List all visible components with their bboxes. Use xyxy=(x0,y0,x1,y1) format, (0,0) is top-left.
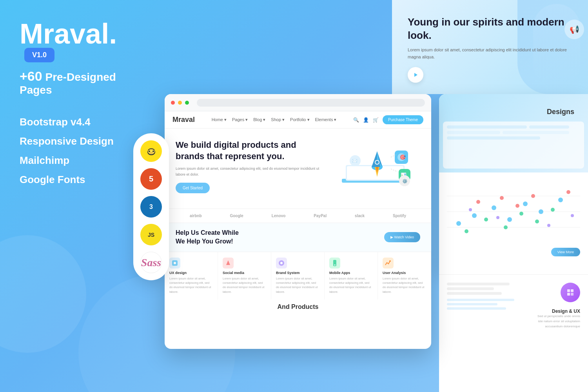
rocket-illustration: 🎯 📊 ✉️ ⚙️ xyxy=(334,140,420,202)
brand-paypal: PayPal xyxy=(314,214,327,218)
right-panel-card: Designs xyxy=(439,94,588,274)
nav-shop: Shop ▾ xyxy=(271,117,285,122)
help-section: Help Us Create While We Help You Grow! ▶… xyxy=(165,223,431,252)
svg-point-23 xyxy=(476,200,480,204)
svg-rect-63 xyxy=(334,265,336,265)
purchase-button[interactable]: Purchase Theme xyxy=(383,115,423,124)
svg-point-22 xyxy=(551,208,555,212)
cart-icon[interactable]: 🛒 xyxy=(373,117,379,123)
service-mobile-name: Mobile Apps xyxy=(329,271,373,275)
svg-point-27 xyxy=(566,190,570,194)
svg-point-31 xyxy=(571,214,574,217)
svg-point-16 xyxy=(558,198,563,202)
social-media-icon xyxy=(223,258,234,269)
svg-point-17 xyxy=(465,229,468,233)
right-panel-top: Designs xyxy=(439,94,588,172)
feature-bootstrap: Bootstrap v4.4 xyxy=(20,116,145,128)
browser-mockup: Mraval Home ▾ Pages ▾ Blog ▾ Shop ▾ Port… xyxy=(165,94,431,349)
svg-point-18 xyxy=(484,218,488,221)
help-title-container: Help Us Create While We Help You Grow! xyxy=(176,229,239,246)
ux-design-icon xyxy=(169,258,180,269)
browser-url-bar xyxy=(197,99,425,107)
service-social-name: Social media xyxy=(223,271,266,275)
hero-desc: Lorem ipsum dolor sit amet, consectetur … xyxy=(176,166,326,177)
design-ux-desc: Sed ut perspiciatis unde omnis iste natu… xyxy=(537,314,580,329)
nav-actions: 🔍 👤 🛒 Purchase Theme xyxy=(353,115,423,124)
subtitle: +60 Pre-Designed Pages xyxy=(20,69,145,96)
svg-rect-34 xyxy=(567,293,570,296)
nav-blog: Blog ▾ xyxy=(253,117,265,122)
watch-video-button[interactable]: ▶ Watch Video xyxy=(384,232,420,242)
sass-icon: Sass xyxy=(140,252,162,273)
user-icon[interactable]: 👤 xyxy=(363,117,369,123)
service-mobile-apps: Mobile Apps Lorem ipsum dolor sit amet, … xyxy=(325,252,378,299)
nav-elements: Elements ▾ xyxy=(315,117,337,122)
hero-illustration: 🎯 📊 ✉️ ⚙️ xyxy=(334,140,420,202)
svg-text:✉️: ✉️ xyxy=(352,158,358,163)
brand-system-icon xyxy=(276,258,287,269)
brands-strip: airbnb Google Lenovo PayPal slack Spotif… xyxy=(165,209,431,223)
feature-list: Bootstrap v4.4 Responsive Design Mailchi… xyxy=(20,116,145,186)
svg-point-5 xyxy=(150,152,153,154)
design-ux-title: Design & UX xyxy=(537,309,580,314)
nav-portfolio: Portfolio ▾ xyxy=(290,117,309,122)
design-ux-section: Design & UX Sed ut perspiciatis unde omn… xyxy=(537,283,580,329)
svg-text:🎯: 🎯 xyxy=(400,154,406,160)
js-icon: JS xyxy=(140,224,162,245)
service-ux-desc: Lorem ipsum dolor sit amet, consectetur … xyxy=(169,276,213,294)
nav-pages: Pages ▾ xyxy=(232,117,248,122)
hero-cta-button[interactable]: Get Started xyxy=(176,183,210,193)
feature-google-fonts: Google Fonts xyxy=(20,174,145,186)
svg-point-26 xyxy=(531,194,535,198)
svg-point-30 xyxy=(547,224,550,227)
hero-text: We build digital products and brands tha… xyxy=(176,140,326,202)
feature-mailchimp: Mailchimp xyxy=(20,154,145,167)
svg-point-15 xyxy=(539,209,543,214)
svg-rect-33 xyxy=(571,289,573,292)
service-mobile-desc: Lorem ipsum dolor sit amet, consectetur … xyxy=(329,276,373,294)
svg-point-12 xyxy=(492,205,496,210)
right-panel-chart: View More xyxy=(439,172,588,274)
svg-point-24 xyxy=(500,196,504,200)
bottom-right-text xyxy=(447,283,531,310)
brand-airbnb: airbnb xyxy=(190,214,202,218)
nav-links: Home ▾ Pages ▾ Blog ▾ Shop ▾ Portfolio ▾… xyxy=(212,117,337,122)
designs-label: Designs xyxy=(447,102,580,122)
top-right-card: Young in our spirits and modern look. Lo… xyxy=(392,0,588,94)
brand-lenovo: Lenovo xyxy=(272,214,286,218)
bottom-right-design-card: Design & UX Sed ut perspiciatis unde omn… xyxy=(439,274,588,392)
design-ux-icon xyxy=(561,283,580,302)
right-panel-button[interactable]: View More xyxy=(551,248,580,256)
svg-rect-35 xyxy=(571,293,573,296)
service-brand-desc: Lorem ipsum dolor sit amet, consectetur … xyxy=(276,276,319,294)
svg-point-20 xyxy=(519,212,523,216)
service-brand-name: Brand System xyxy=(276,271,319,275)
svg-point-58 xyxy=(174,262,176,264)
browser-dot-green xyxy=(185,101,189,105)
svg-text:⚙️: ⚙️ xyxy=(402,178,408,184)
browser-dot-yellow xyxy=(178,101,182,105)
service-brand-system: Brand System Lorem ipsum dolor sit amet,… xyxy=(271,252,325,299)
play-button[interactable] xyxy=(408,67,423,83)
service-social-media: Social media Lorem ipsum dolor sit amet,… xyxy=(218,252,271,299)
brand-title: Mraval. xyxy=(20,18,117,49)
svg-point-10 xyxy=(456,221,461,226)
hero-title: We build digital products and brands tha… xyxy=(176,140,326,162)
feature-responsive: Responsive Design xyxy=(20,135,145,147)
css3-icon: 3 xyxy=(140,196,162,218)
svg-point-13 xyxy=(507,217,512,222)
hero-section: We build digital products and brands tha… xyxy=(165,129,431,209)
svg-point-3 xyxy=(149,151,150,152)
service-ux-design: UX design Lorem ipsum dolor sit amet, co… xyxy=(165,252,218,299)
brand-google: Google xyxy=(230,214,243,218)
and-products: And Products xyxy=(165,299,431,314)
help-title-line1: Help Us Create While xyxy=(176,229,239,237)
mailchimp-icon xyxy=(140,140,162,162)
browser-dot-red xyxy=(171,101,175,105)
svg-point-61 xyxy=(280,262,283,264)
svg-point-21 xyxy=(535,220,539,223)
search-icon[interactable]: 🔍 xyxy=(353,117,359,123)
svg-point-14 xyxy=(523,201,528,206)
services-grid: UX design Lorem ipsum dolor sit amet, co… xyxy=(165,252,431,299)
svg-point-4 xyxy=(152,151,154,152)
